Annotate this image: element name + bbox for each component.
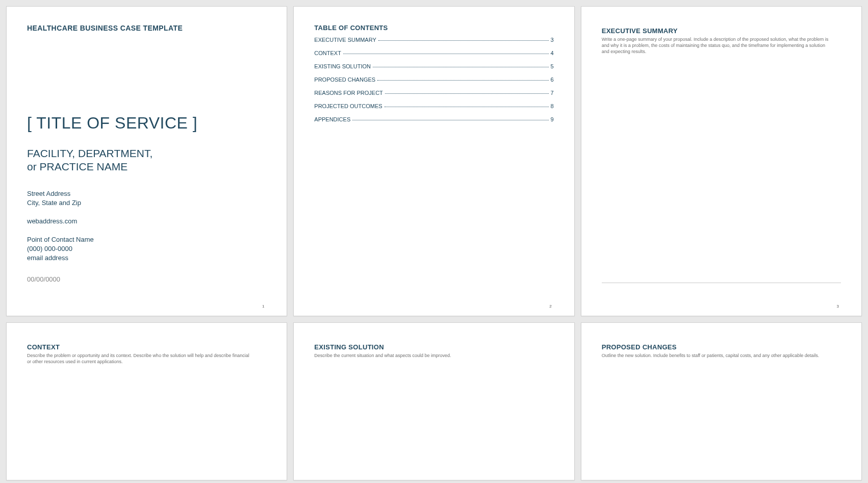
section-heading: EXISTING SOLUTION [314, 343, 553, 351]
page-3-exec-summary: EXECUTIVE SUMMARY Write a one-page summa… [581, 6, 862, 316]
section-heading: PROPOSED CHANGES [602, 343, 841, 351]
toc-row: EXECUTIVE SUMMARY 3 [314, 37, 553, 43]
spacer [27, 32, 266, 114]
page-6-proposed-changes: PROPOSED CHANGES Outline the new solutio… [581, 322, 862, 480]
toc-page: 8 [551, 103, 554, 109]
toc-label: PROPOSED CHANGES [314, 77, 375, 83]
phone: (000) 000-0000 [27, 244, 266, 253]
pages-grid: HEALTHCARE BUSINESS CASE TEMPLATE [ TITL… [6, 6, 862, 480]
toc-page: 3 [551, 37, 554, 43]
facility-line1: FACILITY, DEPARTMENT, [27, 147, 152, 159]
city-state-zip: City, State and Zip [27, 198, 266, 208]
toc-row: CONTEXT 4 [314, 50, 553, 56]
divider-line [602, 283, 841, 283]
facility-name: FACILITY, DEPARTMENT, or PRACTICE NAME [27, 147, 266, 174]
page-5-existing-solution: EXISTING SOLUTION Describe the current s… [293, 322, 574, 480]
page-number: 1 [262, 304, 264, 309]
template-name: HEALTHCARE BUSINESS CASE TEMPLATE [27, 24, 266, 32]
page-number: 2 [549, 304, 551, 309]
toc-row: APPENDICES 9 [314, 116, 553, 122]
contact-name: Point of Contact Name [27, 235, 266, 244]
toc-dots [377, 80, 548, 81]
section-description: Outline the new solution. Include benefi… [602, 352, 829, 359]
page-number: 3 [837, 304, 839, 309]
toc-dots [378, 40, 549, 41]
section-description: Describe the current situation and what … [314, 352, 542, 359]
toc-row: PROPOSED CHANGES 6 [314, 77, 553, 83]
web-address: webaddress.com [27, 217, 266, 226]
toc-row: EXISTING SOLUTION 5 [314, 63, 553, 69]
toc-dots [385, 107, 549, 107]
facility-line2: or PRACTICE NAME [27, 161, 127, 172]
toc-dots [373, 67, 549, 67]
email: email address [27, 253, 266, 263]
toc-page: 6 [551, 77, 554, 83]
page-2-toc: TABLE OF CONTENTS EXECUTIVE SUMMARY 3 CO… [293, 6, 574, 316]
section-description: Describe the problem or opportunity and … [27, 352, 254, 365]
toc-label: EXECUTIVE SUMMARY [314, 37, 376, 43]
toc-heading: TABLE OF CONTENTS [314, 24, 553, 32]
section-description: Write a one-page summary of your proposa… [602, 36, 829, 55]
toc-page: 4 [551, 50, 554, 56]
section-heading: CONTEXT [27, 343, 266, 351]
toc-label: REASONS FOR PROJECT [314, 90, 382, 96]
section-heading: EXECUTIVE SUMMARY [602, 27, 841, 35]
address-block: Street Address City, State and Zip webad… [27, 189, 266, 263]
toc-row: PROJECTED OUTCOMES 8 [314, 103, 553, 109]
toc-dots [385, 93, 549, 94]
toc-label: PROJECTED OUTCOMES [314, 103, 382, 109]
toc-label: CONTEXT [314, 50, 341, 56]
toc-page: 9 [551, 116, 554, 122]
street-address: Street Address [27, 189, 266, 198]
toc-dots [352, 120, 548, 120]
page-1-cover: HEALTHCARE BUSINESS CASE TEMPLATE [ TITL… [6, 6, 287, 316]
date: 00/00/0000 [27, 275, 266, 283]
toc-page: 7 [551, 90, 554, 96]
toc-row: REASONS FOR PROJECT 7 [314, 90, 553, 96]
page-4-context: CONTEXT Describe the problem or opportun… [6, 322, 287, 480]
toc-label: APPENDICES [314, 116, 350, 122]
toc-label: EXISTING SOLUTION [314, 63, 371, 69]
toc-page: 5 [551, 63, 554, 69]
toc-dots [343, 54, 549, 54]
service-title: [ TITLE OF SERVICE ] [27, 114, 266, 133]
